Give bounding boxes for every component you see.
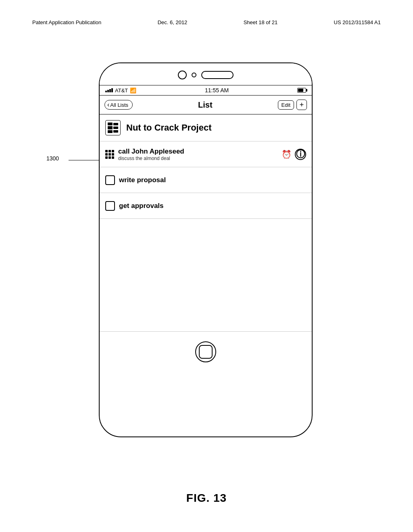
back-label: All Lists [110, 102, 128, 108]
home-button[interactable] [195, 341, 216, 362]
task-subtitle-1: discuss the almond deal [118, 156, 277, 161]
signal-bar-2 [107, 90, 109, 92]
nav-right-actions: Edit + [278, 100, 307, 110]
phone-hardware-top [100, 63, 312, 85]
task-row-3[interactable]: get approvals [100, 193, 312, 219]
repeat-icon: ⏰ [282, 150, 292, 159]
task-text-group-1: call John Appleseed discuss the almond d… [118, 148, 277, 161]
reference-number: 1300 [46, 155, 59, 162]
task-row-1[interactable]: call John Appleseed discuss the almond d… [100, 141, 312, 167]
status-time: 11:55 AM [136, 87, 297, 94]
figure-label: FIG. 13 [186, 492, 227, 505]
task-title-2: write proposal [119, 176, 306, 184]
task-text-group-2: write proposal [119, 176, 306, 184]
task-title-1: call John Appleseed [118, 148, 277, 156]
phone-home-area [100, 332, 312, 374]
status-bar: AT&T 📶 11:55 AM [100, 85, 312, 96]
signal-bar-4 [111, 88, 113, 92]
task-drag-icon [105, 150, 114, 159]
patent-date: Dec. 6, 2012 [158, 19, 188, 25]
task-checkbox-3[interactable] [105, 201, 115, 211]
project-icon [105, 120, 121, 135]
task-row-2[interactable]: write proposal [100, 167, 312, 193]
phone-device: AT&T 📶 11:55 AM ‹ All Lists List Edit + [99, 62, 313, 437]
nav-title: List [133, 100, 277, 110]
patent-number: US 2012/311584 A1 [334, 19, 381, 25]
edit-button[interactable]: Edit [278, 100, 294, 110]
carrier-name: AT&T [115, 87, 128, 94]
nav-bar: ‹ All Lists List Edit + [100, 96, 312, 114]
back-button[interactable]: ‹ All Lists [104, 100, 133, 110]
info-circle-icon[interactable] [295, 149, 306, 160]
wifi-icon: 📶 [130, 87, 136, 94]
patent-left-text: Patent Application Publication [32, 19, 101, 25]
task-title-3: get approvals [119, 202, 306, 210]
task-checkbox-2[interactable] [105, 175, 115, 185]
phone-camera [192, 73, 196, 77]
reference-arrow [69, 160, 101, 160]
signal-bar-3 [109, 89, 111, 92]
phone-pill-button [201, 71, 234, 79]
battery-fill [298, 89, 303, 92]
task-text-group-3: get approvals [119, 202, 306, 210]
project-name: Nut to Crack Project [126, 123, 212, 133]
phone-content: Nut to Crack Project call John Appleseed… [100, 114, 312, 332]
battery-icon [297, 88, 306, 93]
task-icons-right-1: ⏰ [282, 149, 306, 160]
signal-bar-1 [105, 91, 107, 92]
signal-bars [105, 88, 113, 92]
home-button-inner [199, 345, 213, 359]
back-chevron-icon: ‹ [107, 102, 109, 108]
project-row[interactable]: Nut to Crack Project [100, 114, 312, 141]
status-left: AT&T 📶 [105, 87, 136, 94]
phone-speaker [178, 71, 187, 79]
empty-content-area [100, 219, 312, 332]
patent-sheet: Sheet 18 of 21 [244, 19, 278, 25]
patent-header: Patent Application Publication Dec. 6, 2… [32, 19, 381, 25]
add-button[interactable]: + [296, 100, 307, 110]
